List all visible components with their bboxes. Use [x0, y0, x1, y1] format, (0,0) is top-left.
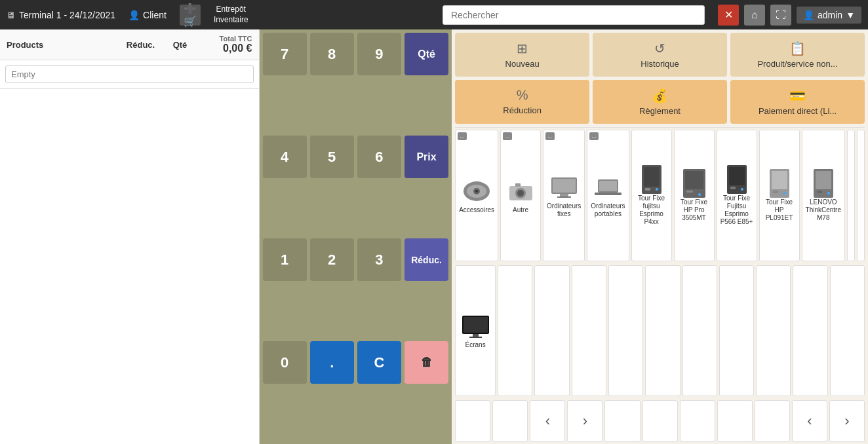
- close-button[interactable]: ✕: [718, 5, 739, 26]
- search-area: [443, 5, 705, 25]
- product-name: LENOVO ThinkCentre M78: [806, 198, 841, 222]
- reglement-label: Règlement: [639, 106, 681, 116]
- product-image: [720, 165, 753, 194]
- add-cart-button[interactable]: ➕🛒: [180, 5, 201, 26]
- product-item[interactable]: ...Ordinateurs portables: [587, 130, 629, 261]
- product-name: Tour Fixe HP PL091ET: [763, 198, 796, 222]
- product-item[interactable]: Écrans: [455, 265, 496, 397]
- nouveau-button[interactable]: ⊞ Nouveau: [455, 33, 589, 77]
- paiement-direct-button[interactable]: 💳 Paiement direct (Li...: [730, 80, 865, 124]
- terminal-info: 🖥 Terminal 1 - 24/12/2021: [7, 10, 115, 20]
- numpad-dot[interactable]: .: [310, 341, 354, 384]
- nav-next-button[interactable]: ›: [567, 400, 602, 442]
- produit-service-button[interactable]: 📋 Produit/service non...: [730, 33, 865, 77]
- numpad-9[interactable]: 9: [357, 33, 401, 75]
- svg-rect-33: [817, 191, 822, 193]
- numpad-7[interactable]: 7: [263, 33, 307, 75]
- admin-button[interactable]: 👤 admin ▼: [797, 7, 861, 24]
- svg-rect-17: [645, 188, 650, 191]
- product-grid-row-1: ...Accessoires...Autre...Ordinateurs fix…: [452, 128, 868, 263]
- product-item[interactable]: ...Accessoires: [455, 130, 498, 261]
- numpad-qty-button[interactable]: Qté: [404, 33, 448, 75]
- product-name: Autre: [513, 206, 528, 214]
- client-label: Client: [143, 10, 167, 20]
- nouveau-label: Nouveau: [505, 59, 540, 69]
- entrepot-info[interactable]: Entrepôt Inventaire: [214, 5, 248, 25]
- svg-rect-29: [773, 191, 778, 193]
- numpad-0[interactable]: 0: [263, 341, 307, 384]
- product-item: [645, 265, 680, 397]
- svg-rect-9: [553, 179, 576, 193]
- product-item[interactable]: ...Ordinateurs fixes: [543, 130, 585, 261]
- terminal-icon: 🖥: [7, 10, 16, 20]
- product-search-input[interactable]: [5, 65, 254, 83]
- product-item[interactable]: Tour Fixe Fujitsu Esprimo P566 E85+: [717, 130, 757, 261]
- numpad-prix-button[interactable]: Prix: [404, 136, 448, 178]
- nav-empty: [680, 400, 715, 442]
- numpad-3[interactable]: 3: [357, 238, 401, 281]
- produit-service-label: Produit/service non...: [757, 59, 837, 69]
- numpad-2[interactable]: 2: [310, 238, 354, 281]
- nav-prev-button[interactable]: ‹: [530, 400, 565, 442]
- product-item: [498, 265, 532, 397]
- product-image: [591, 173, 624, 202]
- numpad-clear[interactable]: C: [357, 341, 401, 384]
- product-image: [504, 177, 537, 206]
- nav-prev-right-button[interactable]: ‹: [792, 400, 827, 442]
- product-item: [572, 265, 606, 397]
- product-badge: ...: [458, 132, 467, 140]
- product-item[interactable]: LENOVO ThinkCentre M78: [802, 130, 845, 261]
- client-info[interactable]: 👤 Client: [128, 10, 167, 20]
- nav-empty: [642, 400, 678, 442]
- product-item[interactable]: Tour Fixe fujitsu Esprimo P4xx: [631, 130, 672, 261]
- product-list: [0, 89, 259, 444]
- action-grid-top: ⊞ Nouveau ↺ Historique 📋 Produit/service…: [452, 29, 868, 127]
- chevron-down-icon: ▼: [846, 10, 855, 20]
- header: 🖥 Terminal 1 - 24/12/2021 👤 Client ➕🛒 En…: [0, 0, 868, 29]
- product-item: [682, 265, 717, 397]
- product-item: [830, 265, 865, 397]
- produit-service-icon: 📋: [789, 41, 806, 56]
- home-button[interactable]: ⌂: [744, 5, 765, 26]
- numpad-4[interactable]: 4: [263, 136, 307, 178]
- product-image: [547, 173, 580, 202]
- inventaire-label: Inventaire: [214, 15, 248, 26]
- reduction-label: Réduction: [503, 105, 542, 115]
- product-image: [807, 169, 840, 198]
- numpad-6[interactable]: 6: [357, 136, 401, 178]
- reduction-icon: %: [517, 88, 528, 103]
- nav-empty: [755, 400, 790, 442]
- product-item[interactable]: Tour Fixe HP PL091ET: [759, 130, 800, 261]
- product-image: [678, 169, 711, 198]
- product-item[interactable]: ...Autre: [500, 130, 541, 261]
- svg-rect-32: [816, 171, 831, 189]
- historique-button[interactable]: ↺ Historique: [593, 33, 727, 77]
- reglement-button[interactable]: 💰 Règlement: [593, 80, 727, 124]
- search-input[interactable]: [443, 5, 705, 25]
- numpad-reduc-button[interactable]: Réduc.: [404, 238, 448, 281]
- nav-next-right-button[interactable]: ›: [829, 400, 865, 442]
- svg-point-3: [475, 190, 478, 193]
- product-search-area: [0, 60, 259, 89]
- svg-rect-20: [685, 171, 703, 189]
- product-badge: ...: [589, 132, 599, 140]
- fullscreen-button[interactable]: ⛶: [770, 5, 791, 26]
- col-total-header: Total TTC 0,00 €: [200, 35, 252, 54]
- numpad-grid: 7 8 9 Qté 4 5 6 Prix 1 2 3 Réduc. 0 . C …: [263, 33, 449, 441]
- total-label: Total TTC: [200, 35, 252, 43]
- nav-empty: [604, 400, 640, 442]
- svg-rect-14: [595, 193, 621, 195]
- numpad-8[interactable]: 8: [310, 33, 354, 75]
- numpad-area: 7 8 9 Qté 4 5 6 Prix 1 2 3 Réduc. 0 . C …: [260, 29, 452, 444]
- svg-point-22: [698, 193, 701, 196]
- svg-rect-36: [464, 317, 488, 333]
- reduction-button[interactable]: % Réduction: [455, 80, 589, 124]
- nav-empty: [492, 400, 528, 442]
- product-item[interactable]: Tour Fixe HP Pro 3505MT: [674, 130, 715, 261]
- terminal-label: Terminal 1 - 24/12/2021: [19, 10, 115, 20]
- svg-rect-7: [515, 183, 521, 187]
- numpad-5[interactable]: 5: [310, 136, 354, 178]
- numpad-delete-button[interactable]: 🗑: [404, 341, 448, 384]
- product-item: [719, 265, 754, 397]
- numpad-1[interactable]: 1: [263, 238, 307, 281]
